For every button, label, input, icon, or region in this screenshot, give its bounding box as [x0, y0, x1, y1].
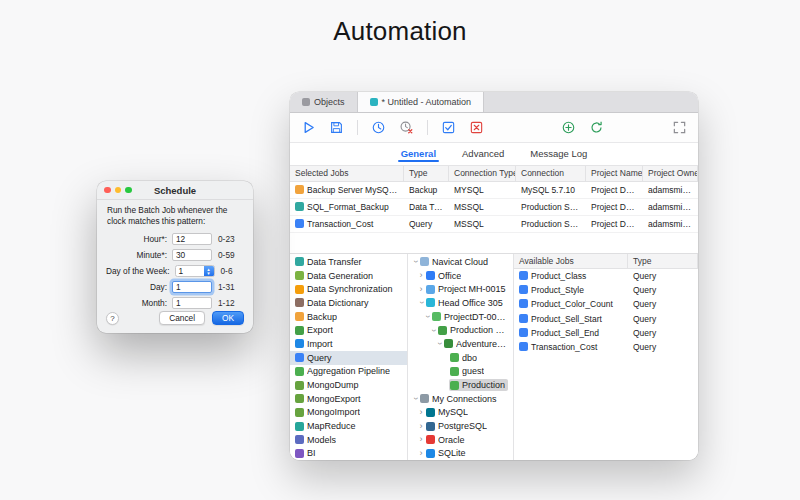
expander-icon[interactable]: ›	[423, 313, 432, 321]
job-type-export[interactable]: Export	[290, 323, 407, 337]
tree-item-my-connections[interactable]: ›My Connections	[408, 392, 513, 406]
expander-icon[interactable]: ›	[417, 449, 425, 458]
select-all-jobs-button[interactable]	[441, 120, 456, 135]
job-type-query[interactable]: Query	[290, 351, 407, 365]
bottom-split: Data TransferData GenerationData Synchro…	[290, 253, 698, 460]
tree-item-navicat-cloud[interactable]: ›Navicat Cloud	[408, 255, 513, 269]
tree-item-label: My Connections	[432, 394, 497, 404]
day-of-the-week-select[interactable]: 1▴▾	[175, 265, 215, 277]
tree-item-label: Production	[462, 380, 505, 390]
day-input[interactable]	[172, 281, 212, 293]
delete-schedule-button[interactable]	[399, 120, 414, 135]
expander-icon[interactable]: ›	[417, 408, 425, 417]
tree-item-mysql[interactable]: ›MySQL	[408, 406, 513, 420]
job-type-mapreduce[interactable]: MapReduce	[290, 419, 407, 433]
job-type-mongodump[interactable]: MongoDump	[290, 378, 407, 392]
cancel-button[interactable]: Cancel	[159, 311, 205, 325]
fullscreen-button[interactable]	[672, 120, 687, 135]
available-job-row[interactable]: Product_Color_CountQuery	[514, 297, 698, 311]
job-type-mongoexport[interactable]: MongoExport	[290, 392, 407, 406]
tree-item-content: Project MH-0015	[425, 283, 509, 295]
available-job-row[interactable]: Transaction_CostQuery	[514, 340, 698, 354]
tree-item-postgresql[interactable]: ›PostgreSQL	[408, 419, 513, 433]
help-button[interactable]: ?	[106, 312, 119, 325]
job-type-bi[interactable]: BI	[290, 447, 407, 460]
expander-icon[interactable]: ›	[435, 340, 444, 348]
expander-icon[interactable]: ›	[411, 258, 420, 266]
ok-button[interactable]: OK	[212, 311, 244, 325]
job-type-data-synchronization[interactable]: Data Synchronization	[290, 282, 407, 296]
tree-item-office[interactable]: ›Office	[408, 269, 513, 283]
set-schedule-button[interactable]	[371, 120, 386, 135]
minute-input[interactable]	[172, 249, 212, 261]
tab-advanced[interactable]: Advanced	[453, 144, 513, 164]
column-header-type[interactable]: Type	[404, 166, 449, 181]
available-job-row[interactable]: Product_ClassQuery	[514, 269, 698, 283]
minimize-button[interactable]	[115, 187, 122, 194]
column-header-connection[interactable]: Connection	[516, 166, 586, 181]
dialog-footer: ? Cancel OK	[106, 311, 244, 325]
available-job-row[interactable]: Product_Sell_EndQuery	[514, 326, 698, 340]
unselect-all-jobs-button[interactable]	[469, 120, 484, 135]
expander-icon[interactable]: ›	[429, 326, 438, 334]
tab-message-log[interactable]: Message Log	[521, 144, 596, 164]
save-button[interactable]	[329, 120, 344, 135]
column-header-project-name[interactable]: Project Name	[586, 166, 643, 181]
query-job-icon	[519, 342, 528, 351]
tree-item-project-mh-0015[interactable]: ›Project MH-0015	[408, 282, 513, 296]
column-header-project-owner-n[interactable]: Project Owner N	[643, 166, 698, 181]
mongoimport-icon	[295, 408, 304, 417]
tree-item-production[interactable]: Production	[408, 378, 513, 392]
table-row[interactable]: SQL_Format_BackupData TransferMSSQLProdu…	[290, 199, 698, 216]
tree-item-head-office-305[interactable]: ›Head Office 305	[408, 296, 513, 310]
tree-item-label: Production Server	[450, 325, 510, 335]
expander-icon[interactable]: ›	[411, 395, 420, 403]
job-type-backup[interactable]: Backup	[290, 310, 407, 324]
column-header-connection-type[interactable]: Connection Type	[449, 166, 516, 181]
table-row[interactable]: Backup Server MySQL 5.7.10BackupMYSQLMyS…	[290, 182, 698, 199]
job-name-cell: Backup Server MySQL 5.7.10	[290, 182, 404, 198]
tree-item-dbo[interactable]: dbo	[408, 351, 513, 365]
expander-icon[interactable]: ›	[417, 271, 425, 280]
column-header-available-jobs[interactable]: Available Jobs	[514, 254, 628, 268]
window-tab-untitled-automation[interactable]: * Untitled - Automation	[358, 92, 485, 112]
expander-icon[interactable]: ›	[417, 435, 425, 444]
window-tab-objects[interactable]: Objects	[290, 92, 358, 112]
schedule-field-month: Month:1-12	[97, 296, 253, 311]
tree-item-projectdt-0052-marybro[interactable]: ›ProjectDT-0052 (marybro	[408, 310, 513, 324]
column-header-selected-jobs[interactable]: Selected Jobs	[290, 166, 404, 181]
run-button[interactable]	[301, 120, 316, 135]
hour-input[interactable]	[172, 233, 212, 245]
job-type-data-dictionary[interactable]: Data Dictionary	[290, 296, 407, 310]
query-job-icon	[519, 299, 528, 308]
job-type-label: Backup	[307, 312, 337, 322]
job-type-aggregation-pipeline[interactable]: Aggregation Pipeline	[290, 365, 407, 379]
tree-item-guest[interactable]: guest	[408, 365, 513, 379]
data-generation-icon	[295, 271, 304, 280]
tree-item-adventureworks[interactable]: ›Adventureworks	[408, 337, 513, 351]
available-job-row[interactable]: Product_Sell_StartQuery	[514, 312, 698, 326]
zoom-button[interactable]	[125, 187, 132, 194]
add-job-button[interactable]	[561, 120, 576, 135]
job-type-data-generation[interactable]: Data Generation	[290, 269, 407, 283]
expander-icon[interactable]: ›	[417, 285, 425, 294]
table-row[interactable]: Transaction_CostQueryMSSQLProduction Ser…	[290, 216, 698, 233]
tab-general[interactable]: General	[392, 144, 445, 164]
available-job-row[interactable]: Product_StyleQuery	[514, 283, 698, 297]
close-button[interactable]	[104, 187, 111, 194]
expander-icon[interactable]: ›	[417, 299, 426, 307]
select-value: 1	[176, 266, 204, 276]
refresh-button[interactable]	[589, 120, 604, 135]
job-type-models[interactable]: Models	[290, 433, 407, 447]
toolbar-separator	[427, 120, 428, 135]
job-type-import[interactable]: Import	[290, 337, 407, 351]
tree-item-production-server[interactable]: ›Production Server	[408, 323, 513, 337]
expander-icon[interactable]: ›	[417, 422, 425, 431]
job-type-data-transfer[interactable]: Data Transfer	[290, 255, 407, 269]
job-type-mongoimport[interactable]: MongoImport	[290, 406, 407, 420]
play-icon	[301, 120, 316, 135]
column-header-type[interactable]: Type	[628, 254, 698, 268]
month-input[interactable]	[172, 297, 212, 309]
tree-item-oracle[interactable]: ›Oracle	[408, 433, 513, 447]
tree-item-sqlite[interactable]: ›SQLite	[408, 447, 513, 460]
